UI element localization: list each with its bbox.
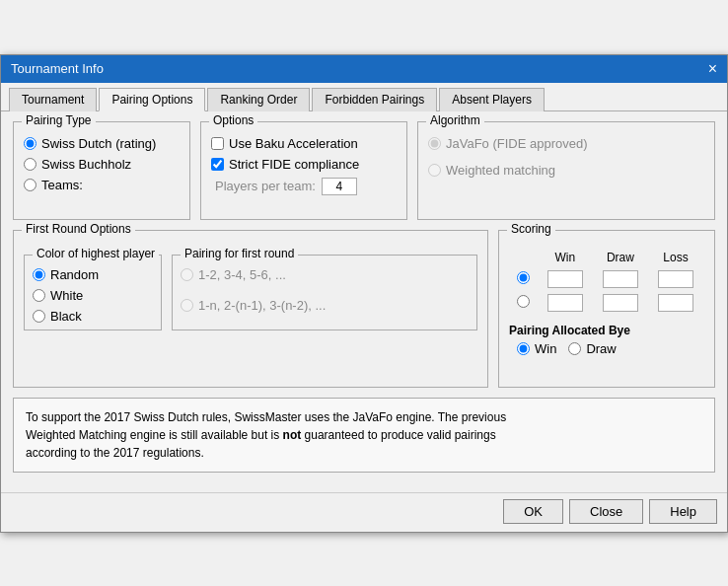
col-loss: Loss <box>649 249 702 266</box>
pairing-2-label: 1-n, 2-(n-1), 3-(n-2), ... <box>198 298 326 313</box>
algorithm-group: Algorithm JaVaFo (FIDE approved) Weighte… <box>417 121 715 220</box>
options-label: Options <box>209 113 257 127</box>
col-empty <box>511 249 537 266</box>
first-round-group: First Round Options Color of highest pla… <box>13 230 488 388</box>
pairing-type-options: Swiss Dutch (rating) Swiss Buchholz Team… <box>24 136 180 192</box>
help-button[interactable]: Help <box>649 499 717 524</box>
scoring-row-2: 3 1 0 <box>511 292 702 314</box>
scoring-row1-win[interactable]: 1 <box>547 270 583 288</box>
pairing-first-round-options: 1-2, 3-4, 5-6, ... 1-n, 2-(n-1), 3-(n-2)… <box>181 267 469 313</box>
pairing-type-group: Pairing Type Swiss Dutch (rating) Swiss … <box>13 121 190 220</box>
radio-swiss-dutch[interactable]: Swiss Dutch (rating) <box>24 136 180 151</box>
use-baku-item[interactable]: Use Baku Acceleration <box>211 136 397 151</box>
button-row: OK Close Help <box>1 492 727 532</box>
scoring-row2-radio[interactable] <box>517 295 530 308</box>
strict-fide-checkbox[interactable] <box>211 158 224 171</box>
radio-teams[interactable]: Teams: <box>24 178 180 192</box>
tab-bar: Tournament Pairing Options Ranking Order… <box>1 83 727 111</box>
color-group: Color of highest player Random White <box>24 255 162 330</box>
first-round-inner: Color of highest player Random White <box>24 247 477 330</box>
swiss-dutch-radio[interactable] <box>24 137 36 150</box>
info-line4: according to the 2017 regulations. <box>26 446 204 460</box>
info-box: To support the 2017 Swiss Dutch rules, S… <box>13 398 715 473</box>
color-label: Color of highest player <box>33 247 159 260</box>
white-label: White <box>50 288 83 303</box>
tab-forbidden-pairings[interactable]: Forbidden Pairings <box>312 88 437 111</box>
javafo-radio[interactable] <box>428 137 441 150</box>
use-baku-checkbox[interactable] <box>211 137 224 150</box>
teams-label: Teams: <box>41 178 83 192</box>
bye-radio-row: Win Draw <box>509 341 704 356</box>
close-icon[interactable]: × <box>708 61 717 77</box>
bye-draw-radio[interactable] <box>568 342 581 355</box>
weighted-label: Weighted matching <box>446 163 555 178</box>
players-per-team-row: Players per team: <box>211 178 397 195</box>
top-row: Pairing Type Swiss Dutch (rating) Swiss … <box>13 121 715 220</box>
second-row: First Round Options Color of highest pla… <box>13 230 715 388</box>
radio-weighted[interactable]: Weighted matching <box>428 163 704 178</box>
swiss-buchholz-radio[interactable] <box>24 158 36 171</box>
tab-ranking-order[interactable]: Ranking Order <box>207 88 310 111</box>
scoring-group: Scoring Win Draw Loss 1 <box>498 230 715 388</box>
scoring-row1-radio[interactable] <box>517 271 530 284</box>
algorithm-options: JaVaFo (FIDE approved) Weighted matching <box>428 136 704 183</box>
use-baku-label: Use Baku Acceleration <box>229 136 358 151</box>
pairing-bye-section: Pairing Allocated Bye Win Draw <box>509 324 704 356</box>
radio-white[interactable]: White <box>33 288 153 303</box>
radio-swiss-buchholz[interactable]: Swiss Buchholz <box>24 157 180 172</box>
algorithm-label: Algorithm <box>426 113 484 127</box>
weighted-radio[interactable] <box>428 164 441 177</box>
bye-win-label: Win <box>535 341 556 356</box>
scoring-table: Win Draw Loss 1 0.5 0 <box>509 247 704 316</box>
radio-black[interactable]: Black <box>33 309 153 324</box>
bye-win-item[interactable]: Win <box>517 341 556 356</box>
info-line3: guaranteed to produce valid pairings <box>301 428 495 442</box>
tab-absent-players[interactable]: Absent Players <box>439 88 545 111</box>
col-draw: Draw <box>594 249 647 266</box>
bye-win-radio[interactable] <box>517 342 530 355</box>
scoring-row2-win[interactable]: 3 <box>547 294 583 312</box>
options-group: Options Use Baku Acceleration Strict FID… <box>200 121 407 220</box>
scoring-row2-draw[interactable]: 1 <box>603 294 638 312</box>
swiss-buchholz-label: Swiss Buchholz <box>41 157 131 172</box>
random-label: Random <box>50 267 99 282</box>
col-win: Win <box>539 249 592 266</box>
scoring-row2-loss[interactable]: 0 <box>658 294 693 312</box>
info-bold: not <box>283 428 302 442</box>
main-content: Pairing Type Swiss Dutch (rating) Swiss … <box>1 111 727 492</box>
pairing-1-radio[interactable] <box>181 268 193 281</box>
players-per-team-label: Players per team: <box>215 179 316 193</box>
dialog-title: Tournament Info <box>11 61 104 76</box>
tab-tournament[interactable]: Tournament <box>9 88 97 111</box>
title-bar: Tournament Info × <box>1 55 727 83</box>
radio-random[interactable]: Random <box>33 267 153 282</box>
pairing-first-round-label: Pairing for first round <box>181 247 298 260</box>
close-button[interactable]: Close <box>569 499 643 524</box>
dialog: Tournament Info × Tournament Pairing Opt… <box>0 54 728 533</box>
info-line2: Weighted Matching engine is still availa… <box>26 428 283 442</box>
black-label: Black <box>50 309 82 324</box>
tab-pairing-options[interactable]: Pairing Options <box>99 88 205 111</box>
teams-radio[interactable] <box>24 179 36 191</box>
pairing-2-radio[interactable] <box>181 299 193 312</box>
scoring-row1-draw[interactable]: 0.5 <box>603 270 638 288</box>
scoring-row-1: 1 0.5 0 <box>511 268 702 290</box>
players-per-team-input[interactable] <box>322 178 357 195</box>
radio-pairing-2[interactable]: 1-n, 2-(n-1), 3-(n-2), ... <box>181 298 469 313</box>
scoring-label: Scoring <box>507 222 555 236</box>
strict-fide-item[interactable]: Strict FIDE compliance <box>211 157 397 172</box>
bye-draw-label: Draw <box>586 341 616 356</box>
radio-javafo[interactable]: JaVaFo (FIDE approved) <box>428 136 704 151</box>
black-radio[interactable] <box>33 310 45 323</box>
strict-fide-label: Strict FIDE compliance <box>229 157 359 172</box>
color-options: Random White Black <box>33 267 153 324</box>
first-round-label: First Round Options <box>22 222 135 236</box>
scoring-row1-loss[interactable]: 0 <box>658 270 693 288</box>
javafo-label: JaVaFo (FIDE approved) <box>446 136 588 151</box>
ok-button[interactable]: OK <box>503 499 563 524</box>
pairing-type-label: Pairing Type <box>22 113 96 127</box>
random-radio[interactable] <box>33 268 45 281</box>
radio-pairing-1[interactable]: 1-2, 3-4, 5-6, ... <box>181 267 469 282</box>
bye-draw-item[interactable]: Draw <box>568 341 616 356</box>
white-radio[interactable] <box>33 289 45 302</box>
